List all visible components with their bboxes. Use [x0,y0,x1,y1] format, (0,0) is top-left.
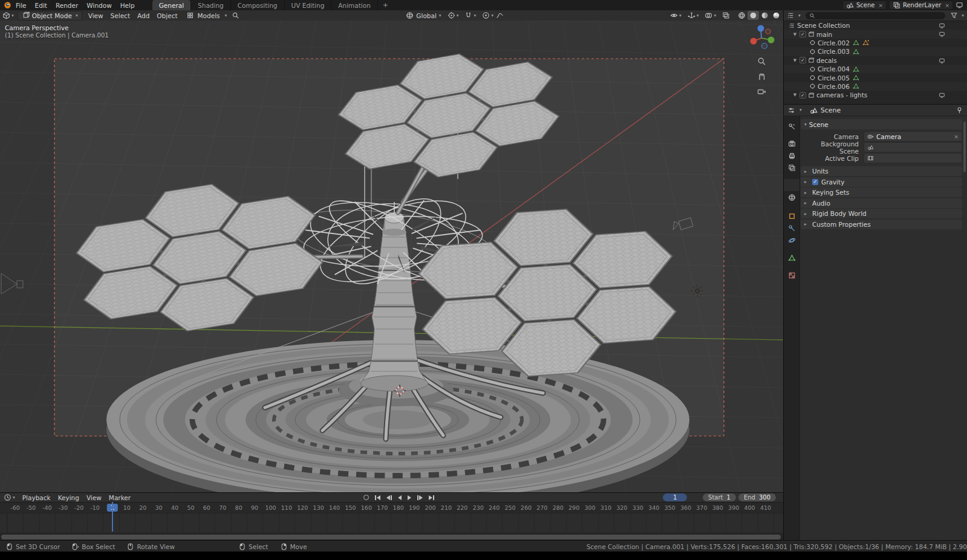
outliner-filter-dropdown[interactable]: ▾ [962,13,964,18]
expand-arrow-icon[interactable]: ▼ [792,93,798,97]
transform-orientation[interactable]: Global [414,12,438,19]
outliner-row-circle-002[interactable]: Circle.002 [784,39,967,47]
properties-tab-tool[interactable] [784,120,799,132]
models-grid-icon[interactable] [186,11,194,19]
scene-selector[interactable]: Scene × [842,1,887,10]
clear-icon[interactable]: × [954,134,959,140]
properties-editor-dropdown[interactable]: ▾ [799,108,802,112]
menu-help[interactable]: Help [116,2,139,9]
properties-scrollbar[interactable] [963,122,966,172]
timeline-menu-view[interactable]: View [83,494,105,501]
timeline-scrollbar[interactable] [1,535,781,539]
view-layer-remove-icon[interactable]: × [945,2,949,8]
playhead-line[interactable] [112,502,113,532]
outliner-editor-dropdown[interactable]: ▾ [798,13,801,18]
scene-panel-header[interactable]: ▾ Scene [801,119,962,129]
end-frame-field[interactable]: End 300 [738,493,776,501]
view-layer-selector[interactable]: RenderLayer × [889,1,953,10]
timeline-ruler[interactable]: -60-50-40-30-20-101020304050607080901001… [0,503,783,513]
timeline-menu-keying[interactable]: Keying [54,494,83,501]
panel-checkbox[interactable]: ✓ [812,179,818,185]
navigation-gizmo[interactable] [747,23,775,51]
zoom-tool-icon[interactable] [744,57,778,68]
viewport-search-icon[interactable] [232,11,239,19]
start-frame-field[interactable]: Start 1 [703,493,736,501]
viewport-menu-view[interactable]: View [85,12,107,19]
add-workspace-button[interactable]: + [378,1,393,9]
property-field-background-scene[interactable] [864,142,962,152]
collection-checkbox[interactable]: ✓ [799,57,806,63]
pivot-point-icon[interactable] [448,11,455,19]
play-reverse-button[interactable] [398,495,402,500]
pan-hand-icon[interactable] [744,72,778,83]
proportional-editing-icon[interactable] [482,11,490,19]
properties-tab-view-layer[interactable] [784,161,799,174]
properties-tab-object-data[interactable] [784,252,799,264]
gizmos-toggle-icon[interactable] [688,11,695,19]
outliner-row-circle-005[interactable]: Circle.005 [784,73,967,82]
next-keyframe-button[interactable] [417,495,423,500]
editor-type-properties-icon[interactable] [787,106,795,114]
menu-render[interactable]: Render [51,2,82,9]
properties-tab-world[interactable] [784,191,799,203]
timeline-editor-dropdown[interactable]: ▾ [13,495,15,500]
outliner-row-circle-003[interactable]: Circle.003 [784,47,967,56]
menu-edit[interactable]: Edit [31,2,51,9]
editor-type-outliner-icon[interactable] [787,11,795,19]
panel-custom-properties[interactable]: ▸Custom Properties [801,220,962,229]
object-visibility-icon[interactable] [670,11,678,19]
properties-tab-scene[interactable] [784,179,799,191]
snap-magnet-icon[interactable] [464,11,472,19]
falloff-curve-icon[interactable] [496,11,504,19]
prev-keyframe-button[interactable] [386,495,392,500]
properties-tab-output[interactable] [784,149,799,161]
workspace-tab-uv-editing[interactable]: UV Editing [285,0,332,10]
jump-to-end-button[interactable] [429,495,434,500]
property-field-camera[interactable]: Camera× [864,131,962,142]
blender-logo-icon[interactable] [4,1,11,9]
play-button[interactable] [408,495,411,500]
properties-tab-modifiers[interactable] [784,222,799,234]
timeline-menu-playback[interactable]: Playback [19,494,54,501]
overlays-toggle-icon[interactable] [705,11,712,19]
shading-wireframe-button[interactable] [736,11,747,20]
snap-settings-dropdown[interactable]: ▾ [474,13,476,18]
mode-selector[interactable]: Object Mode ▾ [18,11,82,21]
outliner-search-input[interactable] [806,12,945,19]
outliner-row-decals[interactable]: ▼✓decals [784,56,967,65]
pin-icon[interactable] [956,106,963,114]
render-visibility-monitor-icon[interactable] [939,31,945,37]
properties-tab-texture[interactable] [784,269,799,281]
property-field-active-clip[interactable] [864,153,962,163]
workspace-tab-general[interactable]: General [152,0,191,10]
menu-window[interactable]: Window [82,2,116,9]
expand-arrow-icon[interactable]: ▼ [792,58,798,63]
properties-tab-render[interactable] [784,137,799,149]
xray-toggle-icon[interactable] [722,11,730,19]
panel-units[interactable]: ▸Units [801,166,962,176]
current-frame-field[interactable]: 1 [663,493,687,501]
properties-tab-object[interactable] [784,210,799,222]
viewport-menu-select[interactable]: Select [107,12,134,19]
jump-to-start-button[interactable] [375,495,380,500]
viewport-menu-object[interactable]: Object [153,12,181,19]
expand-arrow-icon[interactable]: ▼ [792,32,798,37]
workspace-tab-shading[interactable]: Shading [191,0,231,10]
collection-checkbox[interactable]: ✓ [799,92,806,99]
render-visibility-monitor-icon[interactable] [939,92,945,99]
shading-material-button[interactable] [759,11,770,20]
workspace-tab-compositing[interactable]: Compositing [231,0,285,10]
panel-rigid-body-world[interactable]: ▸Rigid Body World [801,209,962,218]
outliner-filter-icon[interactable] [950,11,958,19]
outliner-row-cameras-lights[interactable]: ▼✓cameras - lights [784,91,967,99]
render-visibility-monitor-icon[interactable] [939,57,945,64]
editor-type-dropdown[interactable]: ▾ [11,13,14,18]
new-view-layer-icon[interactable] [956,1,963,9]
scene-unlink-icon[interactable]: × [878,2,883,8]
record-button[interactable] [363,495,369,500]
timeline-menu-marker[interactable]: Marker [105,494,134,501]
editor-type-timeline-icon[interactable] [4,493,11,501]
menu-file[interactable]: File [11,2,31,9]
outliner-row-main[interactable]: ▼✓main [784,30,967,38]
viewport-canvas[interactable] [0,21,783,492]
